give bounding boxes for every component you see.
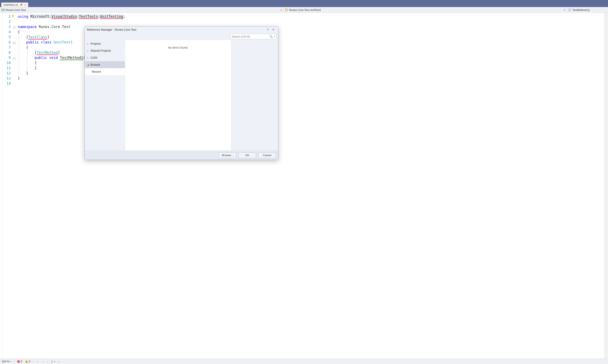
brush-tool[interactable]: ▾	[51, 360, 55, 363]
dialog-content: No items found.	[125, 40, 231, 151]
help-icon[interactable]: ?	[265, 27, 271, 32]
chevron-down-icon[interactable]: ▾	[54, 361, 55, 363]
fold-toggle[interactable]: -	[13, 42, 15, 44]
chevron-down-icon[interactable]: ▾	[10, 361, 11, 363]
ok-button[interactable]: OK	[238, 152, 256, 158]
nav-back[interactable]: ←	[36, 360, 39, 363]
svg-rect-11	[26, 362, 27, 362]
pin-icon[interactable]: 📌	[20, 3, 23, 6]
triangle-right-icon: ▷	[87, 57, 89, 59]
sidebar-item-shared-projects[interactable]: ▷Shared Projects	[85, 47, 125, 54]
sidebar-item-com[interactable]: ▷COM	[85, 54, 125, 61]
chevron-down-icon[interactable]: ▾	[564, 9, 565, 11]
class-icon	[285, 8, 288, 11]
close-icon[interactable]: ×	[24, 3, 26, 6]
svg-rect-7	[13, 17, 13, 17]
close-icon[interactable]: ✕	[271, 27, 276, 32]
status-bar: 100 % ▾ 5 0 ← → ▾ ◂	[0, 359, 608, 364]
triangle-right-icon: ▷	[87, 43, 89, 45]
dialog-titlebar[interactable]: Reference Manager - Runes.Core.Test ? ✕	[85, 26, 278, 33]
nav-method[interactable]: TestMethod1()	[567, 7, 608, 13]
dialog-title: Reference Manager - Runes.Core.Test	[87, 28, 136, 31]
document-tab[interactable]: UnitTest1.cs 📌 ×	[1, 2, 28, 7]
chevron-down-icon[interactable]: ▾	[280, 9, 281, 11]
lightbulb-icon[interactable]	[12, 15, 14, 17]
error-count[interactable]: 5	[17, 360, 22, 363]
browse-button[interactable]: Browse...	[219, 152, 236, 158]
vertical-scrollbar[interactable]	[604, 13, 608, 359]
svg-rect-10	[26, 361, 27, 362]
dialog-details-pane	[231, 40, 278, 151]
svg-rect-1	[2, 9, 4, 10]
sidebar-item-browse[interactable]: ◢Browse	[85, 61, 125, 68]
search-icon[interactable]: 🔍	[269, 35, 273, 38]
zoom-level[interactable]: 100 % ▾	[2, 360, 11, 363]
dialog-sidebar: ▷Projects ▷Shared Projects ▷COM ◢Browse …	[85, 40, 125, 151]
scroll-left[interactable]: ◂	[58, 360, 60, 363]
test-project-icon	[2, 8, 4, 11]
fold-toggle[interactable]: -	[13, 57, 15, 60]
warning-icon	[25, 360, 28, 363]
error-icon	[17, 360, 20, 363]
cancel-button[interactable]: Cancel	[258, 152, 276, 158]
reference-manager-dialog: Reference Manager - Runes.Core.Test ? ✕ …	[84, 26, 278, 160]
fold-column[interactable]: - - -	[12, 13, 16, 359]
sidebar-item-projects[interactable]: ▷Projects	[85, 40, 125, 47]
nav-forward[interactable]: →	[42, 360, 44, 363]
document-tab-row: UnitTest1.cs 📌 ×	[0, 2, 608, 7]
svg-rect-3	[286, 9, 287, 10]
tab-filename: UnitTest1.cs	[3, 3, 18, 6]
search-input-wrapper[interactable]: 🔍 ▾	[230, 34, 276, 39]
svg-marker-5	[569, 9, 571, 11]
triangle-down-icon: ◢	[87, 64, 89, 66]
nav-scope[interactable]: Runes.Core.Test ▾	[0, 7, 283, 13]
method-icon	[568, 8, 571, 11]
dialog-footer: Browse... OK Cancel	[85, 151, 278, 160]
warning-count[interactable]: 0	[25, 360, 30, 363]
nav-class[interactable]: Runes.Core.Test.UnitTest1 ▾	[283, 7, 567, 13]
chevron-down-icon[interactable]: ▾	[274, 35, 275, 38]
triangle-right-icon: ▷	[87, 50, 89, 52]
svg-point-6	[12, 15, 14, 17]
line-number-gutter: 1 234 567 8910 111213 14	[2, 13, 12, 359]
code-editor[interactable]: 1 234 567 8910 111213 14 - - - using Mic…	[0, 13, 608, 359]
brush-icon	[51, 360, 53, 363]
nav-breadcrumb: Runes.Core.Test ▾ Runes.Core.Test.UnitTe…	[0, 7, 608, 13]
search-input[interactable]	[232, 35, 268, 38]
sidebar-item-recent[interactable]: Recent	[85, 68, 125, 75]
fold-toggle[interactable]: -	[13, 26, 15, 29]
empty-message: No items found.	[168, 46, 188, 151]
